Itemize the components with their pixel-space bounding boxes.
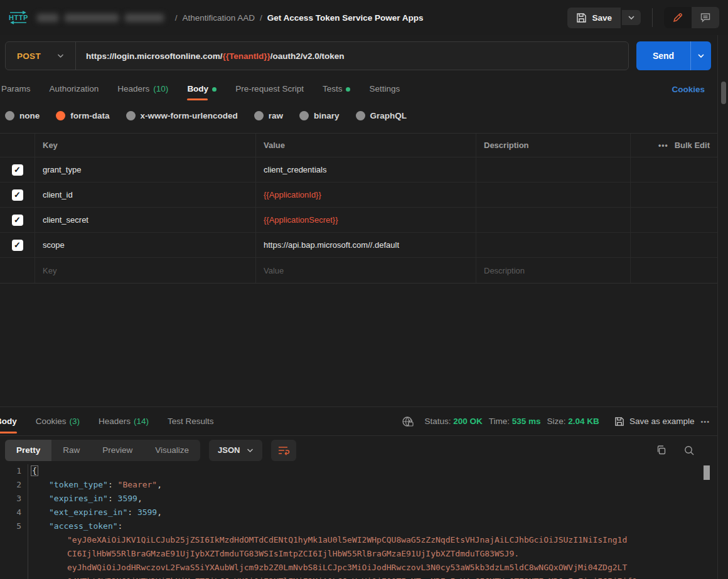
url-prefix: https://login.microsoftonline.com/ <box>86 51 223 61</box>
radio-binary[interactable]: binary <box>299 111 340 120</box>
save-options-button[interactable] <box>622 10 641 25</box>
response-more-actions-icon[interactable]: ••• <box>700 418 710 425</box>
tab-authorization[interactable]: Authorization <box>50 77 99 102</box>
tab-body-label: Body <box>187 77 208 102</box>
response-tab-cookies-count: (3) <box>70 406 80 436</box>
search-icon[interactable] <box>683 445 695 456</box>
radio-none[interactable]: none <box>5 111 40 120</box>
bulk-edit-button[interactable]: Bulk Edit <box>675 141 710 150</box>
form-data-table: Key Value Description ••• Bulk Edit ✓ gr… <box>0 133 717 284</box>
key-cell[interactable]: client_id <box>35 183 256 207</box>
chevron-down-icon[interactable] <box>57 53 64 58</box>
method-selector[interactable]: POST <box>6 51 57 61</box>
description-placeholder[interactable]: Description <box>476 258 631 283</box>
tab-headers-count: (10) <box>153 77 168 102</box>
tab-authorization-label: Authorization <box>50 77 99 102</box>
request-title[interactable]: Get Access Token Service Power Apps <box>267 13 424 23</box>
response-body-editor[interactable]: 1 { 2 "token_type": "Bearer", 3 "expires… <box>0 464 717 579</box>
tab-tests[interactable]: Tests <box>323 77 351 102</box>
tab-pre-request-label: Pre-request Script <box>235 77 304 102</box>
send-button-group: Send <box>636 41 711 70</box>
key-placeholder[interactable]: Key <box>35 258 256 283</box>
body-mode-selector: none form-data x-www-form-urlencoded raw… <box>0 102 717 129</box>
response-tab-cookies[interactable]: Cookies(3) <box>36 406 80 436</box>
edit-request-button[interactable] <box>664 7 692 28</box>
row-checkbox[interactable]: ✓ <box>12 189 23 201</box>
view-pretty[interactable]: Pretty <box>5 440 51 461</box>
vertical-scrollbar-thumb[interactable] <box>721 82 726 104</box>
table-row: ✓ client_secret {{ApplicationSecret}} <box>0 208 717 233</box>
tab-params[interactable]: Params <box>1 77 31 102</box>
description-cell[interactable] <box>476 233 631 257</box>
response-tab-cookies-label: Cookies <box>36 406 67 436</box>
description-cell[interactable] <box>476 157 631 182</box>
radio-x-www-form-urlencoded[interactable]: x-www-form-urlencoded <box>126 111 238 120</box>
code-line-wrapped: "eyJ0eXAiOiJKV1QiLCJub25jZSI6IkMzdHdOMTd… <box>0 533 717 547</box>
comments-button[interactable] <box>692 7 719 28</box>
tab-settings[interactable]: Settings <box>369 77 400 102</box>
key-cell[interactable]: grant_type <box>35 157 256 182</box>
row-checkbox[interactable]: ✓ <box>12 240 23 251</box>
code-line: 1 { <box>0 464 717 478</box>
radio-raw[interactable]: raw <box>254 111 283 120</box>
response-tab-headers-label: Headers <box>99 406 131 436</box>
copy-icon[interactable] <box>656 445 667 456</box>
radio-raw-label: raw <box>269 111 283 120</box>
response-tab-headers[interactable]: Headers(14) <box>99 406 149 436</box>
description-cell[interactable] <box>476 208 631 232</box>
response-tab-test-results-label: Test Results <box>168 406 214 436</box>
header-description: Description <box>476 134 631 157</box>
size-label: Size: <box>547 417 566 426</box>
line-number: 2 <box>0 478 28 492</box>
tab-body-dot-indicator <box>212 87 217 92</box>
breadcrumb-separator: / <box>260 13 262 23</box>
value-cell[interactable]: https://api.bap.microsoft.com//.default <box>256 233 476 257</box>
key-cell[interactable]: scope <box>35 233 256 257</box>
header-checkbox-cell <box>0 134 35 157</box>
wrap-lines-button[interactable] <box>271 440 296 461</box>
response-scrollbar-thumb[interactable] <box>704 465 710 480</box>
response-tab-test-results[interactable]: Test Results <box>168 406 214 436</box>
save-as-example-label: Save as example <box>629 417 695 426</box>
view-raw[interactable]: Raw <box>51 440 91 461</box>
globe-lock-icon[interactable] <box>402 415 414 428</box>
value-cell[interactable]: {{ApplicationId}} <box>256 183 476 207</box>
url-variable: {{TenantId}} <box>222 51 270 61</box>
text-cursor: { <box>31 465 38 476</box>
send-button[interactable]: Send <box>636 51 690 61</box>
cookies-link[interactable]: Cookies <box>672 85 705 94</box>
radio-graphql-label: GraphQL <box>370 111 407 120</box>
description-cell[interactable] <box>476 183 631 207</box>
value-cell[interactable]: {{ApplicationSecret}} <box>256 208 476 232</box>
save-as-example-button[interactable]: Save as example <box>614 417 695 427</box>
value-placeholder[interactable]: Value <box>256 258 476 283</box>
right-scroll-rail <box>717 35 728 579</box>
floppy-icon <box>576 13 587 23</box>
radio-graphql[interactable]: GraphQL <box>356 111 407 120</box>
view-preview[interactable]: Preview <box>91 440 144 461</box>
view-visualize[interactable]: Visualize <box>144 440 200 461</box>
save-button[interactable]: Save <box>567 8 621 28</box>
breadcrumb-collection[interactable]: Athentification AAD <box>183 13 255 23</box>
row-end-cell <box>631 258 717 283</box>
row-checkbox[interactable]: ✓ <box>12 164 23 176</box>
workspace-name-redacted <box>37 14 164 22</box>
radio-form-data[interactable]: form-data <box>56 111 109 120</box>
format-dropdown[interactable]: JSON <box>209 440 262 461</box>
url-input[interactable]: https://login.microsoftonline.com/{{Tena… <box>76 51 345 61</box>
send-options-button[interactable] <box>691 53 711 58</box>
tab-headers[interactable]: Headers(10) <box>117 77 168 102</box>
response-tab-body[interactable]: Body <box>0 406 17 436</box>
more-actions-icon[interactable]: ••• <box>658 141 668 150</box>
line-number: 4 <box>0 506 28 519</box>
row-end-cell <box>631 208 717 232</box>
row-end-cell <box>631 233 717 257</box>
tab-pre-request-script[interactable]: Pre-request Script <box>235 77 304 102</box>
row-checkbox[interactable]: ✓ <box>12 215 23 226</box>
wrap-text-icon <box>277 445 290 455</box>
key-cell[interactable]: client_secret <box>35 208 256 232</box>
value-cell[interactable]: client_credentials <box>256 157 476 182</box>
tab-body[interactable]: Body <box>187 77 217 102</box>
pencil-icon <box>672 12 683 23</box>
chevron-down-icon <box>628 15 635 20</box>
